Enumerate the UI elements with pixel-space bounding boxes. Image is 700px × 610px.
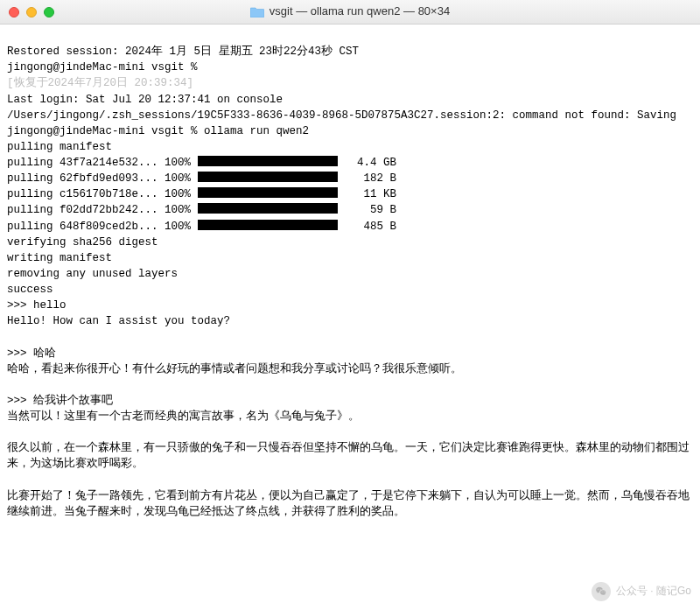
progress-bar — [198, 156, 338, 166]
prompt-line: jingong@jindeMac-mini vsgit % — [7, 61, 198, 74]
watermark: 公众号 · 随记Go — [592, 582, 691, 601]
progress-bar — [198, 203, 338, 214]
watermark-text: 公众号 · 随记Go — [616, 584, 691, 599]
error-line: /Users/jingong/.zsh_sessions/19C5F333-86… — [7, 109, 676, 122]
success-line: success — [7, 284, 53, 296]
title-text: vsgit — ollama run qwen2 — 80×34 — [270, 4, 450, 20]
pull-progress-row: pulling f02dd72bb242... 100% 59 B — [7, 202, 693, 218]
pull-progress-row: pulling 62fbfd9ed093... 100% 182 B — [7, 171, 693, 186]
assistant-reply: 比赛开始了！兔子一路领先，它看到前方有片花丛，便以为自己赢定了，于是它停下来躺下… — [7, 490, 690, 518]
assistant-reply: 当然可以！这里有一个古老而经典的寓言故事，名为《乌龟与兔子》。 — [7, 410, 360, 423]
pull-manifest-line: pulling manifest — [7, 141, 112, 153]
window-title: vsgit — ollama run qwen2 — 80×34 — [0, 4, 700, 20]
pull-progress-row: pulling 648f809ced2b... 100% 485 B — [7, 219, 693, 235]
titlebar: vsgit — ollama run qwen2 — 80×34 — [0, 0, 700, 25]
recovery-hint: [恢复于2024年7月20日 20:39:34] — [7, 77, 193, 89]
window-controls — [9, 7, 54, 18]
restored-session-line: Restored session: 2024年 1月 5日 星期五 23时22分… — [7, 46, 359, 58]
removing-line: removing any unused layers — [7, 268, 178, 280]
minimize-icon[interactable] — [26, 7, 37, 18]
folder-icon — [250, 6, 264, 18]
pull-progress-row: pulling c156170b718e... 100% 11 KB — [7, 186, 693, 202]
maximize-icon[interactable] — [44, 7, 54, 18]
assistant-reply: Hello! How can I assist you today? — [7, 315, 230, 327]
verify-line: verifying sha256 digest — [7, 236, 158, 249]
terminal-output[interactable]: Restored session: 2024年 1月 5日 星期五 23时22分… — [0, 25, 700, 610]
writing-line: writing manifest — [7, 252, 112, 264]
wechat-icon — [592, 582, 611, 601]
user-prompt: >>> 给我讲个故事吧 — [7, 395, 113, 407]
user-prompt: >>> hello — [7, 299, 66, 312]
progress-bar — [198, 172, 338, 182]
progress-bar — [198, 220, 338, 230]
close-icon[interactable] — [9, 7, 19, 18]
last-login-line: Last login: Sat Jul 20 12:37:41 on conso… — [7, 94, 283, 106]
run-command-line: jingong@jindeMac-mini vsgit % ollama run… — [7, 125, 309, 137]
pull-progress-row: pulling 43f7a214e532... 100% 4.4 GB — [7, 155, 693, 171]
assistant-reply: 很久以前，在一个森林里，有一只骄傲的兔子和一只慢吞吞但坚持不懈的乌龟。一天，它们… — [7, 442, 690, 470]
progress-bar — [198, 187, 338, 198]
pull-progress-rows: pulling 43f7a214e532... 100% 4.4 GBpulli… — [7, 155, 693, 235]
user-prompt: >>> 哈哈 — [7, 347, 56, 360]
assistant-reply: 哈哈，看起来你很开心！有什么好玩的事情或者问题想和我分享或讨论吗？我很乐意倾听。 — [7, 363, 462, 375]
